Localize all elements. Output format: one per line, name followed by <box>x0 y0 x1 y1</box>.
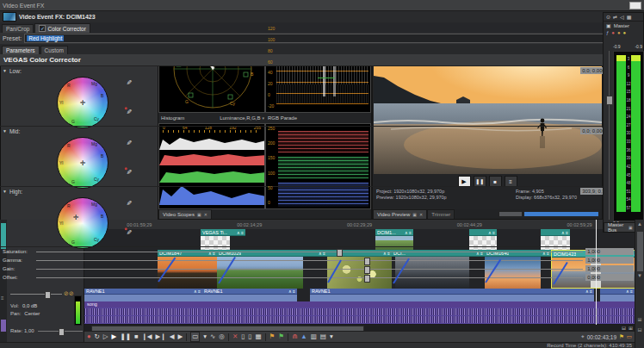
trim-start-icon[interactable]: ▯ <box>241 332 245 341</box>
fx-window-titlebar[interactable]: Video Event FX <box>0 0 644 11</box>
auto-ripple-icon[interactable]: ▲ <box>300 332 307 341</box>
solo-icon[interactable]: ● <box>617 30 621 35</box>
master-fader[interactable] <box>606 51 611 220</box>
mixer-icon[interactable]: ▥ <box>311 332 317 341</box>
playhead-cursor[interactable] <box>596 220 597 325</box>
pin-icon[interactable]: ▣ <box>629 225 633 230</box>
complement-eyedropper-icon[interactable]: ✎ <box>125 229 133 235</box>
wheel-label: Mid: <box>9 128 20 134</box>
delete-icon[interactable]: ✕ <box>232 332 238 341</box>
master-bus-panel: ⊙ ⇄ ◁ ▦ ▣ Master ƒ ● ● ● -0.9-0.9 369121… <box>603 12 644 233</box>
eyedropper-icon[interactable]: ✎ <box>125 79 133 85</box>
saturation-value[interactable]: 1,000 <box>585 248 634 255</box>
go-to-end-icon[interactable]: ▶❙ <box>156 332 166 341</box>
fx-search-box[interactable] <box>629 2 641 9</box>
timeline-clip[interactable]: RAVNE1∧ ≡ <box>310 289 594 301</box>
rate-slider[interactable] <box>38 331 83 332</box>
record-time-status: Record Time (2 channels): 410:49:35 <box>547 343 632 348</box>
envelope-tool-icon[interactable]: ∿ <box>210 332 215 341</box>
high-color-wheel[interactable]: R Mg B Cy G Yl ✛ <box>57 197 108 249</box>
marker-flag-icon[interactable]: ⚑ <box>619 333 624 340</box>
region-icon[interactable]: ⚑ <box>278 332 284 341</box>
track-zoom-out-icon[interactable]: ⊟ <box>635 326 644 332</box>
layout-icon[interactable]: ▦ <box>627 14 632 20</box>
timeline-clip[interactable]: RAVNE1∧ ≡ <box>202 289 297 301</box>
normal-edit-tool-icon[interactable]: ▭ <box>190 332 200 342</box>
next-frame-icon[interactable]: ▶ <box>177 332 183 341</box>
snap-icon[interactable]: ⋒ <box>292 332 297 341</box>
track-zoom-in-icon[interactable]: ⊞ <box>635 316 644 322</box>
marker-icon[interactable]: ⚑ <box>269 332 276 341</box>
timeline-clip[interactable]: RAVNE1∧ ≡ <box>84 289 202 301</box>
loop-playback-icon[interactable]: ↻ <box>95 332 100 341</box>
complement-eyedropper-icon[interactable]: ✎ <box>125 169 133 175</box>
offset-row: Offset: 0,000 ↺ <box>0 273 644 282</box>
track-fader[interactable] <box>10 294 62 295</box>
fx-param-tabs: Parameters Custom <box>0 44 644 54</box>
settings-icon[interactable]: ⊙ <box>606 14 610 20</box>
pan-value[interactable]: Center <box>24 311 40 316</box>
complement-eyedropper-icon[interactable]: ✎ <box>125 109 133 115</box>
clip-tools-icon[interactable]: ∧ ≡ <box>585 289 592 294</box>
mute-solo-icons[interactable]: ⊘⊘ <box>64 290 74 296</box>
mute-icon[interactable]: ● <box>611 30 615 35</box>
eyedropper-icon[interactable]: ✎ <box>125 140 133 146</box>
stop-icon[interactable]: ■ <box>134 332 139 341</box>
previous-frame-icon[interactable]: ◀ <box>170 332 175 341</box>
preset-dropdown[interactable]: Red Highlight ▾ <box>24 34 616 43</box>
keyboard-icon[interactable]: ▤ <box>320 332 326 341</box>
more-tools-icon[interactable]: ▾ <box>330 332 333 341</box>
fader-thumb[interactable] <box>45 291 51 299</box>
scroll-down-icon[interactable]: ▼ <box>635 273 644 278</box>
mid-color-wheel[interactable]: R Mg B Cy G Yl ✛ <box>57 137 108 189</box>
horizontal-scrollbar[interactable]: ⊟ ⊞ <box>84 325 635 331</box>
eyedropper-icon[interactable]: ✎ <box>125 200 133 206</box>
collapse-icon[interactable]: ▼ <box>3 189 7 194</box>
record-icon[interactable]: ● <box>87 332 91 341</box>
speaker-icon[interactable]: ◁ <box>620 14 624 20</box>
record-arm-icon[interactable]: ● <box>623 30 627 35</box>
gamma-value[interactable]: 1,000 <box>585 257 634 264</box>
preset-label: Preset: <box>3 35 22 41</box>
scroll-up-icon[interactable]: ▲ <box>635 221 644 227</box>
play-icon[interactable]: ▶ <box>112 332 117 341</box>
zoom-tool-icon[interactable]: ◎ <box>219 332 225 341</box>
zoom-in-icon[interactable]: ⊞ <box>629 325 633 331</box>
offset-slider[interactable] <box>36 277 583 278</box>
go-to-start-icon[interactable]: ❙◀ <box>142 332 152 341</box>
preset-row: Preset: Red Highlight ▾ ▣ ✕ <box>0 33 644 44</box>
rate-row: Rate: 1,00 <box>10 328 83 333</box>
collapse-icon[interactable]: ▼ <box>3 68 7 73</box>
dock-handle-icon[interactable]: ≡ <box>1 295 4 301</box>
rate-thumb[interactable] <box>59 328 65 336</box>
lock-icon[interactable]: ▦ <box>255 332 261 341</box>
bus-fx-icon[interactable]: ƒ <box>606 30 609 35</box>
plugin-enabled-checkbox[interactable]: ✓ <box>39 25 46 32</box>
zoom-out-icon[interactable]: ⊟ <box>622 325 626 331</box>
tab-pan-crop[interactable]: Pan/Crop <box>2 24 34 33</box>
tab-custom[interactable]: Custom <box>40 46 68 54</box>
audio-clip[interactable]: song <box>84 301 635 324</box>
tab-parameters[interactable]: Parameters <box>2 46 40 54</box>
collapse-icon[interactable]: ▼ <box>3 128 7 134</box>
timeline-clip[interactable]: ∧ ≡ <box>600 289 635 301</box>
vscroll-thumb[interactable] <box>637 232 643 271</box>
gain-value[interactable]: 1,000 <box>585 265 634 272</box>
clip-tools-icon[interactable]: ∧ ≡ <box>288 289 295 294</box>
vertical-scrollbar[interactable]: ▲ ▼ ⊞ ⊟ <box>635 220 644 348</box>
saturation-slider[interactable] <box>36 252 583 252</box>
clip-tools-icon[interactable]: ∧ ≡ <box>626 289 633 294</box>
vegas-pro-window: ▤ ▢ ▣ ▦ ⚙ ✂ ▣ ↶ ↷ ➔ ● Vectorscope Normal… <box>0 0 644 348</box>
low-color-wheel[interactable]: R Mg B Cy G Yl ✛ <box>57 77 108 128</box>
clip-tools-icon[interactable]: ∧ ≡ <box>194 289 201 294</box>
gain-slider[interactable] <box>36 269 583 270</box>
io-icon[interactable]: ⇄ <box>613 14 617 20</box>
play-from-start-icon[interactable]: ▷ <box>103 332 108 341</box>
pause-icon[interactable]: ❚❚ <box>120 332 131 341</box>
loop-region-icon[interactable]: ▭ <box>627 333 632 340</box>
trim-end-icon[interactable]: ▯ <box>248 332 251 341</box>
volume-value[interactable]: 0,0 dB <box>22 303 37 308</box>
tab-color-corrector[interactable]: ✓ Color Corrector <box>34 23 90 33</box>
offset-value[interactable]: 0,000 <box>585 274 634 281</box>
tool-dropdown-icon[interactable]: ▾ <box>203 332 207 341</box>
